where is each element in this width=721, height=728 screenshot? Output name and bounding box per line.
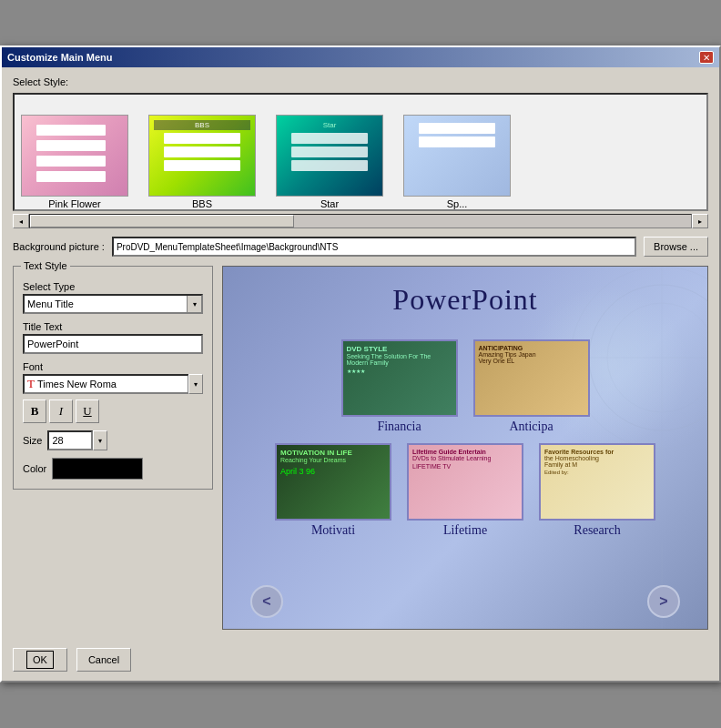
preview-thumb-anticipa: ANTICIPATING Amazing Tips Japan Very One… <box>473 339 590 417</box>
title-text-label: Title Text <box>23 321 203 332</box>
preview-panel: PowerPoint DVD STYLE Seeking The Solutio… <box>222 266 708 630</box>
thumbnail-label-pink: Pink Flower <box>48 198 100 209</box>
size-input[interactable]: 28 <box>47 430 93 450</box>
cancel-button[interactable]: Cancel <box>76 648 131 672</box>
thumbnails-container: Pink Flower BBS BBS <box>13 93 708 211</box>
preview-thumb-motivati: MOTIVATION IN LIFE Reaching Your Dreams … <box>275 443 391 521</box>
preview-item-lifetime: Lifetime Guide Entertain DVDs to Stimula… <box>406 443 524 538</box>
thumbnail-sp[interactable]: Sp... <box>402 115 512 209</box>
window-title: Customize Main Menu <box>7 52 113 63</box>
thumbnail-pink-flower[interactable]: Pink Flower <box>20 115 129 209</box>
thumbnail-label-sp: Sp... <box>447 198 468 209</box>
preview-label-financia: Financia <box>377 420 421 434</box>
format-buttons: B I U <box>23 399 203 423</box>
bg-picture-row: Background picture : ProDVD_MenuTemplate… <box>13 237 708 257</box>
font-row: T Times New Roma ▾ <box>23 374 203 394</box>
font-dropdown[interactable]: T Times New Roma <box>23 374 189 394</box>
preview-title: PowerPoint <box>223 283 707 317</box>
select-type-label: Select Type <box>23 281 203 292</box>
thumbnail-bbs[interactable]: BBS BBS <box>147 115 257 209</box>
preview-prev-btn[interactable]: < <box>250 585 283 618</box>
text-style-group: Text Style Select Type Menu Title ▾ Titl… <box>13 266 213 490</box>
scroll-track[interactable] <box>29 214 692 228</box>
italic-button[interactable]: I <box>49 399 73 423</box>
preview-label-motivati: Motivati <box>311 523 355 538</box>
thumbnail-label-bbs: BBS <box>192 198 212 209</box>
select-type-arrow: ▾ <box>187 296 201 312</box>
preview-label-anticipa: Anticipa <box>509 420 553 434</box>
main-content: Text Style Select Type Menu Title ▾ Titl… <box>13 266 708 630</box>
thumbnail-image-pink <box>21 115 128 197</box>
thumbnail-image-sp <box>403 115 511 197</box>
dialog-window: Customize Main Menu ✕ Select Style: <box>0 46 721 682</box>
preview-thumb-research: Favorite Resources for the Homeschooling… <box>539 443 655 521</box>
style-section-label: Select Style: <box>13 76 708 87</box>
preview-item-financia: DVD STYLE Seeking The Solution For The M… <box>340 339 459 434</box>
size-dropdown-arrow[interactable]: ▾ <box>93 430 107 450</box>
thumbnails-section: Pink Flower BBS BBS <box>13 93 708 229</box>
underline-button[interactable]: U <box>76 399 99 423</box>
bottom-buttons: OK Cancel <box>2 639 719 681</box>
font-dropdown-arrow[interactable]: ▾ <box>188 374 203 394</box>
preview-thumbnails: DVD STYLE Seeking The Solution For The M… <box>232 339 698 547</box>
preview-item-anticipa: ANTICIPATING Amazing Tips Japan Very One… <box>472 339 591 434</box>
text-style-group-label: Text Style <box>21 260 70 271</box>
bg-picture-label: Background picture : <box>13 241 105 252</box>
thumbnail-image-bbs: BBS <box>148 115 256 197</box>
dialog-body: Select Style: Pink Flower <box>2 67 719 639</box>
thumbnail-scrollbar: ◂ ▸ <box>13 213 708 229</box>
color-label: Color <box>23 463 46 474</box>
preview-item-research: Favorite Resources for the Homeschooling… <box>538 443 656 538</box>
scroll-right-btn[interactable]: ▸ <box>692 214 708 228</box>
font-label: Font <box>23 361 203 372</box>
ok-button[interactable]: OK <box>13 648 67 672</box>
browse-button[interactable]: Browse ... <box>644 237 708 257</box>
preview-thumb-financia: DVD STYLE Seeking The Solution For The M… <box>341 339 458 417</box>
title-bar: Customize Main Menu ✕ <box>2 47 719 67</box>
bg-picture-input[interactable]: ProDVD_MenuTemplateSheet\Image\Backgroun… <box>112 237 636 257</box>
scroll-thumb <box>30 215 294 228</box>
thumbnail-label-star: Star <box>320 198 339 209</box>
scroll-left-btn[interactable]: ◂ <box>13 214 29 228</box>
size-row: Size 28 ▾ <box>23 430 203 450</box>
title-text-input[interactable]: PowerPoint <box>23 334 203 354</box>
close-button[interactable]: ✕ <box>699 51 714 64</box>
preview-item-motivati: MOTIVATION IN LIFE Reaching Your Dreams … <box>274 443 392 538</box>
size-label: Size <box>23 435 42 446</box>
text-style-panel: Text Style Select Type Menu Title ▾ Titl… <box>13 266 213 630</box>
select-type-dropdown[interactable]: Menu Title ▾ <box>23 294 203 314</box>
preview-label-lifetime: Lifetime <box>443 523 487 538</box>
font-icon: T <box>27 377 35 391</box>
preview-row-2: MOTIVATION IN LIFE Reaching Your Dreams … <box>232 443 698 538</box>
bold-button[interactable]: B <box>23 399 46 423</box>
preview-thumb-lifetime: Lifetime Guide Entertain DVDs to Stimula… <box>407 443 523 521</box>
preview-next-btn[interactable]: > <box>647 585 680 618</box>
preview-nav: < > <box>223 585 707 618</box>
thumbnail-image-star: Star <box>276 115 383 197</box>
color-row: Color <box>23 458 203 480</box>
preview-label-research: Research <box>574 523 620 538</box>
thumbnail-star[interactable]: Star Star <box>275 115 384 209</box>
preview-row-1: DVD STYLE Seeking The Solution For The M… <box>232 339 698 434</box>
color-swatch[interactable] <box>52 458 143 480</box>
